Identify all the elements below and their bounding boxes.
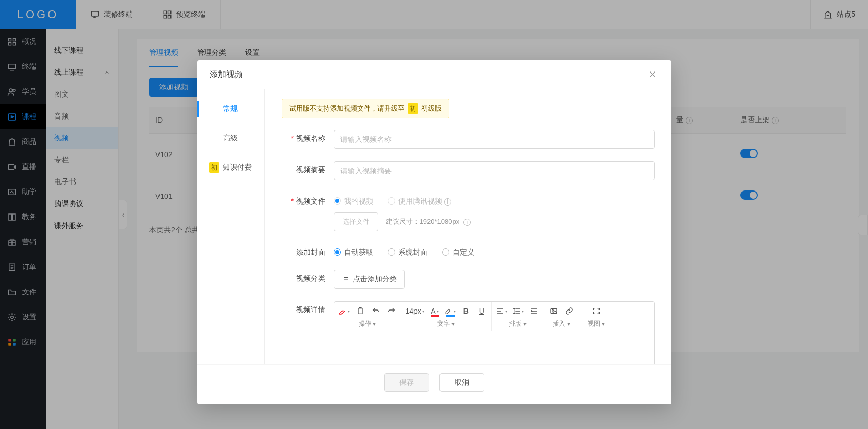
badge-chu-icon: 初 <box>209 162 219 173</box>
rte-bold[interactable]: B <box>459 304 473 318</box>
rte-redo[interactable] <box>384 304 399 318</box>
label-summary: 视频摘要 <box>282 161 334 175</box>
rte-lineheight[interactable]: ▾ <box>510 304 526 318</box>
rte-link[interactable] <box>562 304 577 318</box>
add-video-modal: 添加视频 ✕ 常规 高级 初知识付费 试用版不支持添加视频文件，请升级至 初 初… <box>197 60 671 404</box>
svg-point-24 <box>552 309 554 311</box>
rte-image[interactable] <box>546 304 561 318</box>
label-file: *视频文件 <box>282 193 334 206</box>
modal-tab-basic[interactable]: 常规 <box>197 94 264 124</box>
label-name: *视频名称 <box>282 130 334 144</box>
rte-group-view[interactable]: 视图 ▾ <box>581 318 611 330</box>
video-name-input[interactable] <box>334 130 655 149</box>
modal-tab-paid[interactable]: 初知识付费 <box>197 153 264 182</box>
save-button[interactable]: 保存 <box>384 373 429 392</box>
rte-group-ops[interactable]: 操作 ▾ <box>352 318 382 330</box>
image-icon <box>549 307 558 315</box>
rte-forecolor[interactable]: A▾ <box>427 304 442 318</box>
rte-fontsize[interactable]: 14px▾ <box>404 304 426 318</box>
add-category-button[interactable]: 点击添加分类 <box>334 270 405 289</box>
rte-paste[interactable] <box>353 304 368 318</box>
align-left-icon <box>496 307 504 315</box>
rte-fullscreen[interactable] <box>589 304 604 318</box>
rte-align[interactable]: ▾ <box>494 304 509 318</box>
indent-icon <box>530 307 539 315</box>
modal-left-tabs: 常规 高级 初知识付费 <box>197 89 265 364</box>
close-button[interactable]: ✕ <box>646 68 659 81</box>
label-category: 视频分类 <box>282 270 334 283</box>
link-icon <box>565 307 573 315</box>
rte-group-layout[interactable]: 排版 ▾ <box>503 318 532 330</box>
paint-icon <box>445 307 453 315</box>
badge-chu-icon: 初 <box>408 103 418 114</box>
redo-icon <box>387 307 396 315</box>
radio-cover-auto[interactable]: 自动获取 <box>334 248 373 257</box>
rte-eraser[interactable]: ▾ <box>336 304 352 318</box>
rich-text-editor: ▾ 操作 ▾ 14px▾ A▾ <box>334 301 655 364</box>
radio-cover-system[interactable]: 系统封面 <box>388 248 427 257</box>
video-summary-input[interactable] <box>334 161 655 180</box>
radio-cover-custom[interactable]: 自定义 <box>442 248 474 257</box>
file-hint: 建议尺寸：1920*1080px i <box>386 217 471 227</box>
rte-backcolor[interactable]: ▾ <box>443 304 458 318</box>
svg-rect-22 <box>358 308 362 314</box>
rte-underline[interactable]: U <box>474 304 489 318</box>
modal-form: 试用版不支持添加视频文件，请升级至 初 初级版 *视频名称 视频摘要 *视频文件… <box>265 89 671 364</box>
rte-group-text[interactable]: 文字 ▾ <box>431 318 461 330</box>
rte-indent[interactable] <box>527 304 542 318</box>
modal-tab-advanced[interactable]: 高级 <box>197 124 264 153</box>
list-icon <box>341 276 349 283</box>
radio-my-video[interactable]: 我的视频 <box>334 197 373 206</box>
cancel-button[interactable]: 取消 <box>439 373 484 392</box>
undo-icon <box>372 307 380 315</box>
label-cover: 添加封面 <box>282 244 334 257</box>
fullscreen-icon <box>592 307 601 315</box>
modal-title: 添加视频 <box>210 69 243 80</box>
info-icon[interactable]: i <box>444 198 451 206</box>
label-detail: 视频详情 <box>282 301 334 315</box>
line-height-icon <box>512 307 521 315</box>
rte-group-insert[interactable]: 插入 ▾ <box>546 318 576 330</box>
eraser-icon <box>338 307 347 315</box>
clipboard-icon <box>356 307 364 315</box>
choose-file-button[interactable]: 选择文件 <box>334 212 378 231</box>
info-icon[interactable]: i <box>463 219 471 226</box>
svg-rect-23 <box>551 308 557 313</box>
radio-tencent-video[interactable]: 使用腾讯视频i <box>388 197 451 206</box>
upgrade-alert: 试用版不支持添加视频文件，请升级至 初 初级版 <box>282 99 449 118</box>
rte-undo[interactable] <box>369 304 383 318</box>
rte-content[interactable] <box>334 331 654 364</box>
